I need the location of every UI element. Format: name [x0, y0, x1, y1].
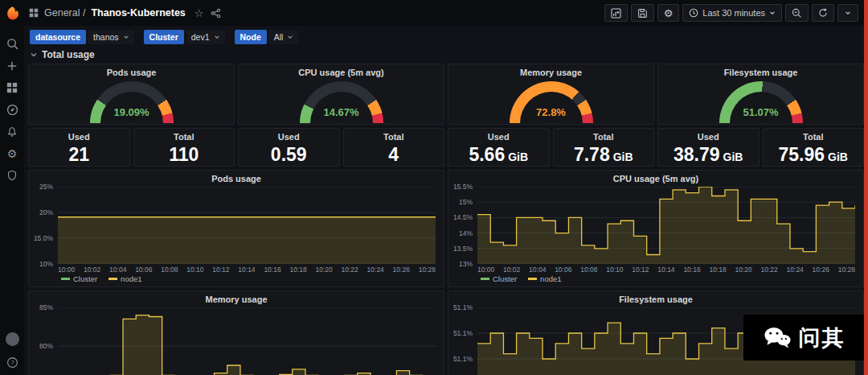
breadcrumb-section[interactable]: General /	[44, 7, 85, 19]
legend-item-cluster[interactable]: Cluster	[481, 274, 517, 283]
legend-item-node1[interactable]: node1	[108, 274, 141, 283]
stat-value: 0.59	[239, 144, 339, 166]
gauge-value: 19.09%	[90, 106, 174, 118]
panel-title[interactable]: Used	[658, 129, 759, 142]
panel-title[interactable]: Total	[764, 129, 864, 142]
breadcrumb: General / Thanos-Kubernetes ☆	[29, 7, 221, 19]
top-nav: General / Thanos-Kubernetes ☆ ⚙	[0, 0, 868, 26]
variable-node-value[interactable]: All	[269, 30, 299, 44]
refresh-interval-dropdown[interactable]	[837, 4, 858, 22]
alerting-bell-icon[interactable]	[6, 126, 18, 138]
panel-title[interactable]: Memory usage	[29, 291, 444, 304]
save-dashboard-button[interactable]	[631, 4, 654, 22]
stat-panels-row: Used 21 Total 110 Used 0.59 Total 4 Used…	[28, 128, 864, 167]
legend: Cluster node1	[448, 274, 863, 285]
graph-panels-row-1: Pods usage 25%20%15.0%10% 10:0010:0210:0…	[28, 170, 864, 287]
legend: Cluster node1	[29, 274, 444, 285]
scrollbar[interactable]	[864, 0, 868, 375]
refresh-button[interactable]	[812, 4, 834, 22]
gauge: 72.8%	[510, 81, 593, 124]
panel-title[interactable]: Used	[239, 129, 339, 142]
panel-title[interactable]: Used	[448, 129, 549, 142]
time-series-plot[interactable]	[477, 187, 855, 264]
panel-memory-usage-graph: Memory usage 85%80%75% 10:0010:0210:0410…	[28, 291, 444, 375]
gauge: 51.07%	[719, 81, 803, 124]
variable-cluster-value[interactable]: dev1	[186, 30, 225, 44]
panel-pods-used: Used 21	[28, 128, 130, 167]
y-axis: 85%80%75%	[29, 307, 58, 375]
configuration-gear-icon[interactable]: ⚙	[7, 148, 18, 159]
panel-title[interactable]: CPU usage (5m avg)	[448, 171, 863, 183]
wechat-watermark: 问其	[743, 315, 864, 361]
legend-color-swatch	[528, 278, 537, 280]
legend-item-node1[interactable]: node1	[528, 274, 561, 283]
panel-title[interactable]: Total	[344, 129, 444, 142]
add-panel-button[interactable]	[604, 4, 628, 22]
star-icon[interactable]: ☆	[194, 7, 204, 19]
dashboard-settings-button[interactable]: ⚙	[657, 4, 680, 22]
panel-title[interactable]: Pods usage	[29, 64, 234, 77]
help-icon[interactable]: ?	[6, 356, 18, 369]
y-axis: 25%20%15.0%10%	[29, 187, 58, 264]
explore-compass-icon[interactable]	[6, 104, 18, 116]
sidebar: ⚙ ?	[0, 26, 24, 375]
variable-datasource: datasource thanos	[30, 30, 134, 44]
legend-item-cluster[interactable]: Cluster	[61, 274, 97, 283]
clock-icon	[689, 8, 698, 18]
panel-title[interactable]: Filesystem usage	[448, 291, 863, 304]
time-series-plot[interactable]	[58, 187, 436, 264]
user-avatar[interactable]	[6, 332, 19, 346]
panel-title[interactable]: Total	[554, 129, 654, 142]
stat-value: 110	[134, 144, 235, 166]
server-admin-shield-icon[interactable]	[6, 170, 18, 181]
dashboards-icon[interactable]	[6, 82, 18, 93]
header-actions: ⚙ Last 30 minutes	[604, 4, 858, 22]
chevron-down-icon	[769, 10, 776, 16]
panel-filesystem-usage-gauge: Filesystem usage 51.07%	[657, 64, 864, 125]
time-range-picker[interactable]: Last 30 minutes	[682, 4, 782, 22]
variable-datasource-label: datasource	[30, 30, 86, 44]
panel-title[interactable]: Pods usage	[29, 171, 444, 183]
time-range-label: Last 30 minutes	[702, 8, 765, 18]
svg-text:?: ?	[10, 359, 14, 366]
grafana-logo[interactable]	[0, 5, 24, 22]
search-icon[interactable]	[6, 38, 18, 50]
panel-cpu-usage-graph: CPU usage (5m avg) 15.5%15%14.5%14%13.5%…	[448, 170, 864, 287]
panel-title[interactable]: CPU usage (5m avg)	[239, 64, 444, 77]
graph-area: 85%80%75% 10:0010:0210:0410:0610:0810:10…	[29, 307, 436, 375]
panel-cpu-used: Used 0.59	[238, 128, 340, 167]
time-series-plot[interactable]	[58, 307, 436, 375]
y-axis: 51.1%51.1%51.1%51.0%	[448, 307, 477, 375]
gauge-value: 14.67%	[300, 106, 383, 118]
legend-color-swatch	[61, 278, 70, 280]
row-total-usage[interactable]: Total usage	[28, 49, 864, 60]
variable-cluster-label: Cluster	[144, 30, 184, 44]
row-title-label: Total usage	[42, 49, 95, 60]
variable-datasource-value[interactable]: thanos	[88, 30, 134, 44]
dashboard-content: datasource thanos Cluster dev1 Node All …	[24, 26, 868, 375]
legend-color-swatch	[108, 278, 117, 280]
zoom-out-button[interactable]	[785, 4, 809, 22]
panel-memory-total: Total 7.78GiB	[553, 128, 655, 167]
share-icon[interactable]	[211, 8, 221, 19]
breadcrumb-title[interactable]: Thanos-Kubernetes	[91, 7, 185, 19]
panel-title[interactable]: Used	[29, 129, 129, 142]
x-axis: 10:0010:0210:0410:0610:0810:1010:1210:14…	[477, 264, 855, 274]
stat-value: 75.96GiB	[764, 144, 864, 166]
stat-value: 4	[344, 144, 444, 166]
chevron-down-icon	[30, 51, 38, 59]
gear-icon: ⚙	[664, 8, 674, 19]
gauge-value: 72.8%	[510, 106, 593, 118]
panel-cpu-usage-gauge: CPU usage (5m avg) 14.67%	[238, 64, 444, 125]
stat-value: 38.79GiB	[658, 144, 759, 166]
panel-title[interactable]: Memory usage	[448, 64, 653, 77]
wechat-icon	[763, 326, 792, 349]
panel-title[interactable]: Total	[134, 129, 235, 142]
panel-title[interactable]: Filesystem usage	[658, 64, 863, 77]
gauge: 19.09%	[90, 81, 174, 124]
graph-area: 15.5%15%14.5%14%13.5%13% 10:0010:0210:04…	[448, 187, 855, 274]
panel-pods-usage-gauge: Pods usage 19.09%	[28, 64, 235, 125]
create-icon[interactable]	[6, 60, 18, 72]
stat-value: 5.66GiB	[448, 144, 549, 166]
dashboard-grid-icon	[29, 8, 39, 18]
